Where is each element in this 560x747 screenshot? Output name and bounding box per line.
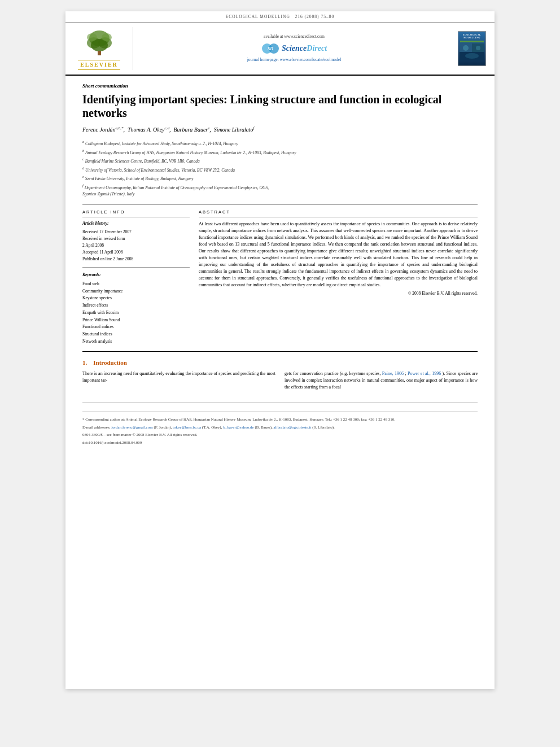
- elsevier-tree-icon: [80, 27, 119, 58]
- introduction-section: 1. Introduction There is an increasing n…: [82, 359, 478, 391]
- affiliation-a: a Collegium Budapest, Institute for Adva…: [82, 139, 478, 147]
- journal-homepage[interactable]: journal homepage: www.elsevier.com/locat…: [247, 57, 342, 63]
- email-okey[interactable]: tokey@bms.bc.ca: [173, 425, 201, 430]
- abstract-header: ABSTRACT: [199, 209, 478, 217]
- author-3: Barbara Bauere,: [173, 126, 212, 133]
- keyword-6: Prince William Sound: [82, 317, 190, 324]
- keyword-7: Functional indices: [82, 324, 190, 331]
- email-jordan[interactable]: jordan.ferenc@gmail.com: [111, 425, 152, 430]
- elsevier-logo: ELSEVIER: [71, 27, 133, 70]
- author-4: Simone Libralatof: [214, 126, 255, 133]
- abstract-text: At least two different approaches have b…: [199, 221, 478, 289]
- keyword-8: Structural indices: [82, 331, 190, 338]
- cover-art-icon: [460, 43, 484, 60]
- footer: * Corresponding author at: Animal Ecolog…: [82, 402, 478, 445]
- article-info-abstract: ARTICLE INFO Article history: Received 1…: [82, 209, 478, 345]
- journal-links: available at www.sciencedirect.com SD Sc…: [133, 27, 455, 70]
- sd-logo-icon: SD: [261, 42, 279, 55]
- email-bauer[interactable]: b_baver@yahoo.de: [223, 425, 253, 430]
- copyright: © 2008 Elsevier B.V. All rights reserved…: [199, 291, 478, 297]
- article-info-col: ARTICLE INFO Article history: Received 1…: [82, 209, 190, 345]
- intro-number: 1.: [82, 359, 87, 366]
- paine-link[interactable]: Paine, 1966: [382, 371, 404, 376]
- journal-volume: 216 (2008) 75–80: [295, 14, 334, 19]
- author-1: Ferenc Jordána,b,*,: [82, 126, 126, 133]
- article-dates: Received 17 December 2007 Received in re…: [82, 229, 190, 263]
- divider-keywords: [82, 267, 190, 268]
- elsevier-text: ELSEVIER: [78, 60, 120, 70]
- svg-rect-4: [98, 51, 101, 55]
- divider-main: [82, 351, 478, 352]
- affiliations: a Collegium Budapest, Institute for Adva…: [82, 139, 478, 198]
- email-note: E-mail addresses: jordan.ferenc@gmail.co…: [82, 425, 478, 431]
- accepted-date: Accepted 11 April 2008: [82, 249, 190, 256]
- publisher-header: ELSEVIER available at www.sciencedirect.…: [65, 23, 495, 76]
- svg-point-14: [463, 45, 469, 51]
- affiliation-f: f Department Oceanography, Italian Natio…: [82, 183, 478, 198]
- article-title: Identifying important species: Linking s…: [82, 93, 478, 120]
- doi: doi:10.1016/j.ecolmodel.2008.04.009: [82, 440, 478, 446]
- svg-point-15: [476, 46, 480, 50]
- corresponding-note: * Corresponding author at: Animal Ecolog…: [82, 417, 478, 423]
- svg-point-5: [87, 33, 97, 41]
- authors-line: Ferenc Jordána,b,*, Thomas A. Okeyc,d, B…: [82, 125, 478, 134]
- intro-text-left: There is an increasing need for quantita…: [82, 371, 275, 383]
- history-label: Article history:: [82, 221, 190, 227]
- license: 0304-3800/$ – see front matter © 2008 El…: [82, 432, 478, 438]
- journal-name: ECOLOGICAL MODELLING: [226, 14, 290, 19]
- intro-col-right: gets for conservation practice (e.g. key…: [285, 370, 478, 391]
- article-type: Short communication: [82, 82, 478, 90]
- main-content: Short communication Identifying importan…: [65, 76, 495, 455]
- divider-1: [82, 204, 478, 205]
- page: ECOLOGICAL MODELLING 216 (2008) 75–80 EL…: [65, 11, 495, 689]
- footer-divider: [82, 412, 478, 412]
- intro-title: 1. Introduction: [82, 359, 478, 367]
- power-link[interactable]: Power et al., 1996: [408, 371, 441, 376]
- affiliation-d: d University of Victoria, School of Envi…: [82, 165, 478, 174]
- keyword-4: Indirect effects: [82, 302, 190, 309]
- keywords-list: Food web Community importance Keystone s…: [82, 281, 190, 346]
- cover-bar: [460, 41, 484, 42]
- journal-header: ECOLOGICAL MODELLING 216 (2008) 75–80: [65, 11, 495, 23]
- revised-label: Received in revised form: [82, 235, 190, 242]
- emails-label: E-mail addresses:: [82, 425, 111, 430]
- sd-text: ScienceDirect: [282, 43, 327, 54]
- received-date: Received 17 December 2007: [82, 229, 190, 235]
- revised-date: 2 April 2008: [82, 242, 190, 249]
- journal-cover: ECOLOGICALMODELLING: [455, 27, 489, 70]
- available-text: available at www.sciencedirect.com: [264, 34, 325, 40]
- abstract-col: ABSTRACT At least two different approach…: [199, 209, 478, 345]
- svg-point-16: [465, 53, 479, 59]
- article-info-header: ARTICLE INFO: [82, 209, 190, 217]
- affiliation-c: c Bamfield Marine Sciences Centre, Bamfi…: [82, 156, 478, 165]
- email-libralato[interactable]: alibralato@ogs.trieste.it: [273, 425, 311, 430]
- keyword-3: Keystone species: [82, 295, 190, 302]
- intro-text-right-1: gets for conservation practice (e.g. key…: [285, 371, 382, 376]
- keyword-5: Ecopath with Ecosim: [82, 309, 190, 317]
- keyword-9: Network analysis: [82, 338, 190, 346]
- sciencedirect-logo: SD ScienceDirect: [261, 42, 327, 55]
- keyword-1: Food web: [82, 281, 190, 288]
- published-date: Published on line 2 June 2008: [82, 256, 190, 263]
- intro-heading: Introduction: [93, 359, 127, 366]
- svg-point-6: [102, 33, 112, 41]
- intro-col-left: There is an increasing need for quantita…: [82, 370, 275, 391]
- cover-image: ECOLOGICALMODELLING: [458, 31, 486, 66]
- affiliation-e: e Szent István University, Institute of …: [82, 174, 478, 182]
- keyword-2: Community importance: [82, 288, 190, 295]
- svg-text:SD: SD: [268, 46, 273, 51]
- affiliation-b: b Animal Ecology Research Group of HAS, …: [82, 148, 478, 156]
- keywords-label: Keywords:: [82, 272, 190, 278]
- intro-columns: There is an increasing need for quantita…: [82, 370, 478, 391]
- author-2: Thomas A. Okeyc,d,: [128, 126, 172, 133]
